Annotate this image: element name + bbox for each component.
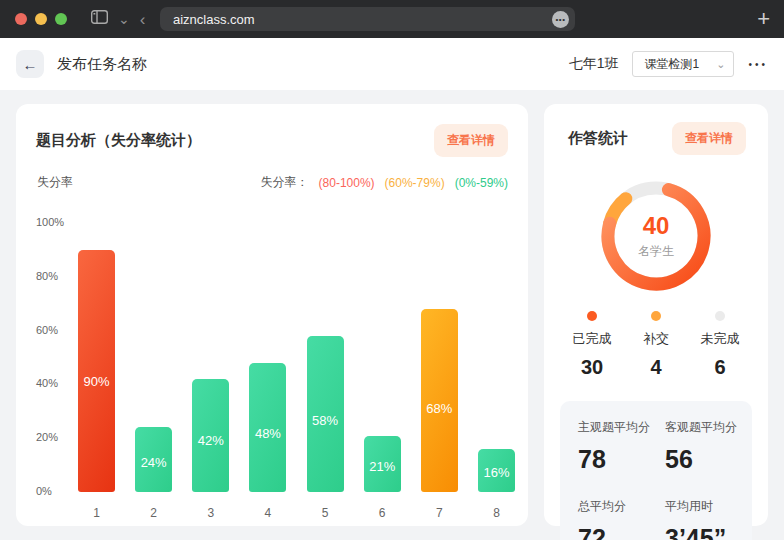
sidebar-toggle-icon[interactable] xyxy=(91,10,108,28)
chart-bar-8[interactable]: 16% xyxy=(478,449,515,492)
loss-rate-bar-chart: 100%80%60%40%20%0%90%124%242%348%458%521… xyxy=(36,213,508,525)
bar-value-label: 21% xyxy=(364,459,401,474)
class-name-label: 七年1班 xyxy=(569,55,619,73)
page-title: 发布任务名称 xyxy=(57,55,147,74)
bar-column-7: 68%7 xyxy=(421,223,458,492)
legend-label: 未完成 xyxy=(701,330,740,348)
stat-value: 78 xyxy=(578,445,665,474)
legend-label: 已完成 xyxy=(573,330,612,348)
answer-view-details-button[interactable]: 查看详情 xyxy=(672,122,746,155)
stat-item-2: 总平均分72 xyxy=(578,498,665,540)
legend-item-1[interactable]: (60%-79%) xyxy=(385,176,445,190)
y-axis-tick: 0% xyxy=(36,485,52,497)
stat-label: 客观题平均分 xyxy=(665,419,752,436)
question-analysis-card: 题目分析（失分率统计） 查看详情 失分率 失分率： (80-100%)(60%-… xyxy=(16,104,528,526)
close-window-icon[interactable] xyxy=(15,13,27,25)
chart-bar-6[interactable]: 21% xyxy=(364,436,401,492)
completion-donut-chart[interactable]: 40 名学生 xyxy=(601,181,711,291)
stat-value: 72 xyxy=(578,524,665,540)
legend-item-2[interactable]: (0%-59%) xyxy=(455,176,508,190)
y-axis-tick: 60% xyxy=(36,324,58,336)
new-tab-icon[interactable]: + xyxy=(757,6,770,32)
bar-value-label: 42% xyxy=(192,433,229,448)
loss-rate-legend: 失分率： (80-100%)(60%-79%)(0%-59%) xyxy=(261,174,508,191)
answer-stats-card: 作答统计 查看详情 40 名学生 已完成30补交4未完成6 主观题平均分78客观… xyxy=(544,104,768,526)
browser-toolbar: ⌄ ‹ aiznclass.com ••• + xyxy=(0,0,784,38)
analysis-card-title: 题目分析（失分率统计） xyxy=(36,131,201,150)
stat-label: 主观题平均分 xyxy=(578,419,665,436)
analysis-view-details-button[interactable]: 查看详情 xyxy=(434,124,508,157)
x-axis-label: 6 xyxy=(364,506,401,520)
address-bar[interactable]: aiznclass.com ••• xyxy=(160,7,575,31)
bars-area: 90%124%242%348%458%521%668%716%8 xyxy=(78,223,515,492)
x-axis-label: 7 xyxy=(421,506,458,520)
x-axis-label: 3 xyxy=(192,506,229,520)
bar-value-label: 68% xyxy=(421,400,458,415)
legend-dot-icon xyxy=(587,311,597,321)
bar-column-6: 21%6 xyxy=(364,223,401,492)
legend-value: 30 xyxy=(581,356,603,379)
bar-value-label: 16% xyxy=(478,465,515,480)
chart-bar-4[interactable]: 48% xyxy=(249,363,286,492)
chart-bar-2[interactable]: 24% xyxy=(135,427,172,492)
task-select[interactable]: 课堂检测1 ⌄ xyxy=(632,51,734,77)
stat-item-1: 客观题平均分56 xyxy=(665,419,752,474)
stat-label: 总平均分 xyxy=(578,498,665,515)
window-controls xyxy=(15,13,67,25)
y-axis-tick: 100% xyxy=(36,216,64,228)
y-axis-title: 失分率 xyxy=(37,174,73,191)
legend-dot-icon xyxy=(651,311,661,321)
bar-column-1: 90%1 xyxy=(78,223,115,492)
bar-value-label: 58% xyxy=(307,413,344,428)
y-axis-tick: 20% xyxy=(36,431,58,443)
task-select-value: 课堂检测1 xyxy=(644,56,716,73)
browser-back-icon[interactable]: ‹ xyxy=(140,11,146,28)
x-axis-label: 8 xyxy=(478,506,515,520)
bar-column-3: 42%3 xyxy=(192,223,229,492)
student-total-unit: 名学生 xyxy=(638,243,674,260)
y-axis-tick: 40% xyxy=(36,377,58,389)
stat-value: 3’45” xyxy=(665,524,752,540)
chart-bar-1[interactable]: 90% xyxy=(78,250,115,492)
completion-legend-item-0: 已完成30 xyxy=(560,311,624,379)
answer-card-title: 作答统计 xyxy=(568,129,628,148)
legend-item-0[interactable]: (80-100%) xyxy=(319,176,375,190)
bar-value-label: 48% xyxy=(249,425,286,440)
bar-column-4: 48%4 xyxy=(249,223,286,492)
x-axis-label: 1 xyxy=(78,506,115,520)
x-axis-label: 4 xyxy=(249,506,286,520)
score-stats-panel: 主观题平均分78客观题平均分56总平均分72平均用时3’45” xyxy=(560,401,752,540)
bar-value-label: 90% xyxy=(78,373,115,388)
y-axis-tick: 80% xyxy=(36,270,58,282)
chart-bar-5[interactable]: 58% xyxy=(307,336,344,492)
bar-column-2: 24%2 xyxy=(135,223,172,492)
url-text: aiznclass.com xyxy=(173,12,552,27)
legend-value: 6 xyxy=(714,356,725,379)
legend-label: 补交 xyxy=(643,330,669,348)
stat-item-3: 平均用时3’45” xyxy=(665,498,752,540)
completion-legend-item-2: 未完成6 xyxy=(688,311,752,379)
chart-bar-3[interactable]: 42% xyxy=(192,379,229,492)
stat-label: 平均用时 xyxy=(665,498,752,515)
reader-options-icon[interactable]: ••• xyxy=(552,11,569,28)
more-options-icon[interactable]: ••• xyxy=(748,59,768,70)
x-axis-label: 2 xyxy=(135,506,172,520)
chart-bar-7[interactable]: 68% xyxy=(421,309,458,492)
legend-value: 4 xyxy=(650,356,661,379)
tab-overview-chevron-icon[interactable]: ⌄ xyxy=(118,12,130,26)
stat-item-0: 主观题平均分78 xyxy=(578,419,665,474)
zoom-window-icon[interactable] xyxy=(55,13,67,25)
completion-legend-item-1: 补交4 xyxy=(624,311,688,379)
bar-value-label: 24% xyxy=(135,455,172,470)
back-button[interactable]: ← xyxy=(16,50,44,78)
chevron-down-icon: ⌄ xyxy=(716,58,725,71)
student-total: 40 xyxy=(643,212,670,240)
back-arrow-icon: ← xyxy=(23,56,38,73)
completion-legend: 已完成30补交4未完成6 xyxy=(560,311,752,379)
legend-title: 失分率： xyxy=(261,174,309,191)
main-content: 题目分析（失分率统计） 查看详情 失分率 失分率： (80-100%)(60%-… xyxy=(0,90,784,540)
legend-dot-icon xyxy=(715,311,725,321)
minimize-window-icon[interactable] xyxy=(35,13,47,25)
x-axis-label: 5 xyxy=(307,506,344,520)
stat-value: 56 xyxy=(665,445,752,474)
